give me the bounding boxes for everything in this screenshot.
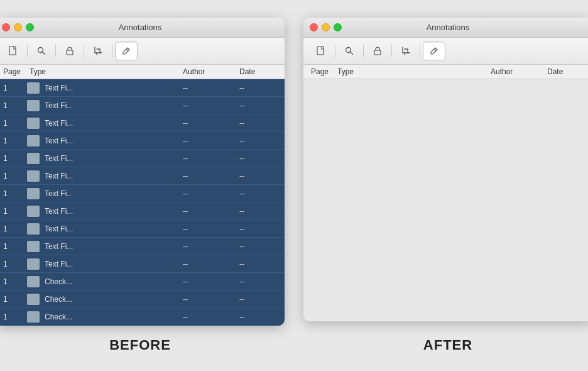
table-row[interactable]: 1 Text Fi... -- -- — [0, 150, 285, 167]
after-window-controls — [310, 23, 342, 31]
table-row[interactable]: 1 Text Fi... -- -- — [0, 167, 285, 185]
edit-icon — [429, 46, 439, 56]
cell-type-icon — [27, 135, 40, 147]
cell-page: 1 — [0, 224, 24, 233]
cell-author: -- — [178, 154, 234, 163]
svg-rect-3 — [67, 50, 73, 55]
search-icon — [344, 46, 354, 56]
cell-date: -- — [234, 154, 285, 163]
table-row[interactable]: 1 Text Fi... -- -- — [0, 185, 285, 202]
cell-date: -- — [234, 84, 285, 92]
cell-type-icon — [27, 118, 40, 129]
before-maximize-button[interactable] — [26, 23, 34, 31]
before-edit-button[interactable] — [115, 42, 138, 60]
cell-page: 1 — [0, 295, 24, 304]
after-close-button[interactable] — [310, 23, 318, 31]
cell-type-icon — [27, 311, 40, 323]
before-search-button[interactable] — [30, 42, 53, 60]
cell-page: 1 — [0, 154, 24, 163]
svg-line-9 — [351, 52, 353, 55]
before-sep4 — [112, 45, 112, 57]
cell-type: Text Fi... — [42, 189, 178, 198]
before-sep3 — [84, 45, 84, 57]
cell-author: -- — [178, 313, 234, 321]
before-window-controls — [2, 23, 34, 31]
table-row[interactable]: 1 Text Fi... -- -- — [0, 202, 285, 220]
cell-type-icon — [27, 188, 40, 199]
table-row[interactable]: 1 Text Fi... -- -- — [0, 132, 285, 150]
svg-line-13 — [434, 49, 436, 51]
cell-type-icon — [27, 82, 40, 94]
cell-author: -- — [178, 84, 234, 92]
before-table-body: 1 Text Fi... -- -- 1 Text Fi... -- -- 1 … — [0, 79, 285, 326]
table-row[interactable]: 1 Check... -- -- — [0, 291, 285, 308]
before-toolbar — [0, 38, 285, 65]
before-sep2 — [55, 45, 56, 57]
cell-author: -- — [178, 172, 234, 180]
cell-author: -- — [178, 119, 234, 128]
cell-date: -- — [234, 295, 285, 304]
before-new-button[interactable] — [2, 42, 24, 60]
after-maximize-button[interactable] — [334, 23, 342, 31]
svg-rect-7 — [317, 47, 324, 55]
cell-date: -- — [234, 207, 285, 216]
after-col-type: Type — [332, 67, 486, 76]
cell-author: -- — [178, 242, 234, 251]
edit-icon — [121, 46, 131, 56]
cell-page: 1 — [0, 207, 24, 216]
after-col-date: Date — [542, 67, 588, 76]
cell-author: -- — [178, 207, 234, 216]
cell-page: 1 — [0, 242, 24, 251]
cell-date: -- — [234, 136, 285, 145]
cell-type-icon — [27, 206, 40, 217]
before-col-page: Page — [0, 67, 24, 76]
before-col-type: Type — [24, 67, 178, 76]
document-icon — [316, 46, 326, 56]
crop-icon — [93, 46, 103, 56]
cell-date: -- — [234, 101, 285, 110]
cell-author: -- — [178, 260, 234, 269]
after-col-page: Page — [303, 67, 332, 76]
cell-type: Text Fi... — [42, 207, 178, 216]
before-minimize-button[interactable] — [14, 23, 22, 31]
after-minimize-button[interactable] — [322, 23, 330, 31]
after-toolbar — [303, 38, 588, 65]
cell-type: Text Fi... — [42, 154, 178, 163]
after-window-title: Annotations — [427, 23, 470, 32]
after-new-button[interactable] — [310, 42, 332, 60]
after-search-button[interactable] — [338, 42, 361, 60]
cell-author: -- — [178, 189, 234, 198]
after-crop-button[interactable] — [395, 42, 417, 60]
cell-type-icon — [27, 258, 40, 270]
cell-type-icon — [27, 223, 40, 235]
table-row[interactable]: 1 Check... -- -- — [0, 308, 285, 326]
table-row[interactable]: 1 Text Fi... -- -- — [0, 238, 285, 255]
cell-type: Text Fi... — [42, 136, 178, 145]
cell-author: -- — [178, 136, 234, 145]
cell-type-icon — [27, 170, 40, 182]
before-window-title: Annotations — [119, 23, 162, 32]
after-empty-body — [303, 79, 588, 321]
panels-container: Annotations — [0, 18, 588, 326]
cell-type-icon — [27, 153, 40, 164]
cell-type: Text Fi... — [42, 119, 178, 128]
before-col-author: Author — [178, 67, 234, 76]
cell-type: Text Fi... — [42, 84, 178, 92]
table-row[interactable]: 1 Text Fi... -- -- — [0, 79, 285, 97]
after-lock-button[interactable] — [366, 42, 389, 60]
after-edit-button[interactable] — [423, 42, 445, 60]
crop-icon — [401, 46, 411, 56]
cell-date: -- — [234, 119, 285, 128]
cell-type-icon — [27, 241, 40, 252]
before-lock-button[interactable] — [58, 42, 81, 60]
before-crop-button[interactable] — [87, 42, 109, 60]
table-row[interactable]: 1 Check... -- -- — [0, 273, 285, 291]
cell-page: 1 — [0, 189, 24, 198]
table-row[interactable]: 1 Text Fi... -- -- — [0, 97, 285, 114]
before-close-button[interactable] — [2, 23, 10, 31]
after-label: AFTER — [303, 337, 588, 353]
table-row[interactable]: 1 Text Fi... -- -- — [0, 114, 285, 132]
cell-date: -- — [234, 277, 285, 286]
table-row[interactable]: 1 Text Fi... -- -- — [0, 220, 285, 238]
table-row[interactable]: 1 Text Fi... -- -- — [0, 255, 285, 273]
